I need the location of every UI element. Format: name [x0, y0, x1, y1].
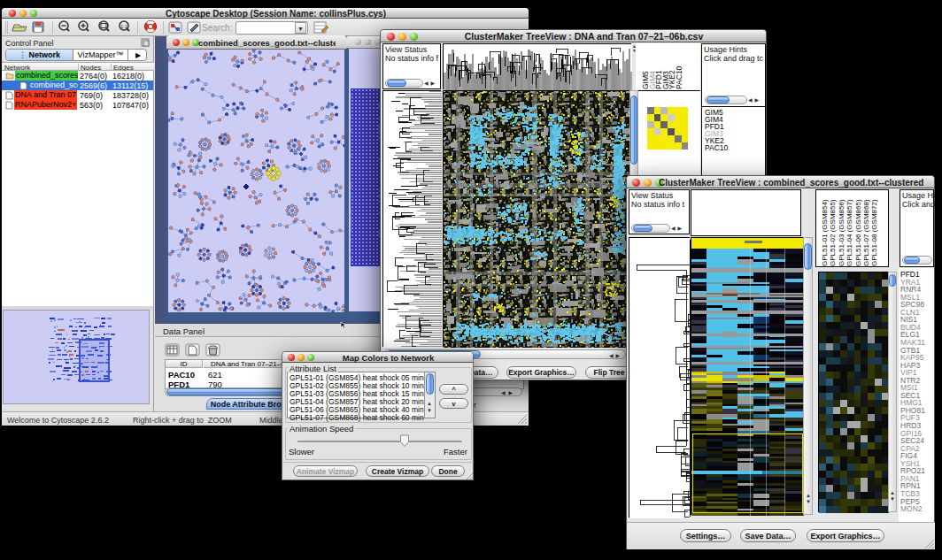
svg-text:GPL51-06 (GSM865): GPL51-06 (GSM865) [854, 199, 862, 266]
svg-text:GPL51-01 (GSM854): GPL51-01 (GSM854) [821, 199, 829, 266]
svg-text:GPL51-03 (GSM856): GPL51-03 (GSM856) [838, 199, 845, 266]
svg-text:PAC10: PAC10 [675, 65, 683, 89]
svg-text:GPL51-07 (GSM868): GPL51-07 (GSM868) [862, 199, 870, 266]
svg-text:1:1: 1:1 [120, 24, 127, 29]
svg-text:GPL51-04 (GSM857): GPL51-04 (GSM857) [845, 199, 853, 266]
svg-text:GPL51-02 (GSM855): GPL51-02 (GSM855) [829, 199, 837, 266]
svg-text:PAC10: PAC10 [705, 143, 729, 152]
svg-text:GPL51-08 (GSM872): GPL51-08 (GSM872) [870, 199, 878, 266]
